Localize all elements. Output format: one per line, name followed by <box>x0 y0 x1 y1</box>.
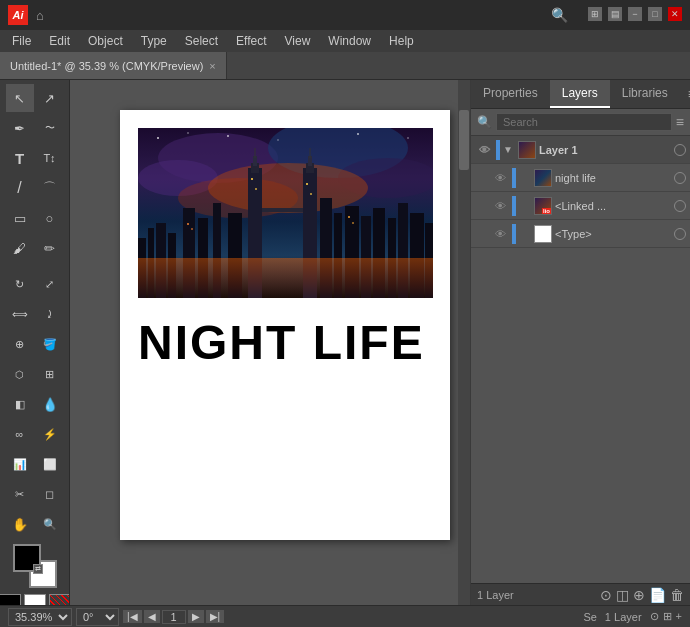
canvas-vertical-scrollbar[interactable] <box>458 80 470 605</box>
tile-windows-button[interactable]: ⊞ <box>588 7 602 21</box>
select-tool[interactable]: ↖ <box>6 84 34 112</box>
maximize-button[interactable]: □ <box>648 7 662 21</box>
zoom-tool[interactable]: 🔍 <box>36 510 64 538</box>
layers-count: 1 Layer <box>477 589 514 601</box>
nightlife-thumb <box>534 169 552 187</box>
stroke-swatch[interactable] <box>0 594 21 605</box>
eraser-tool[interactable]: ◻ <box>36 480 64 508</box>
line-tool[interactable]: / <box>6 174 34 202</box>
doc-tab-close-button[interactable]: × <box>209 60 215 72</box>
paintbrush-tool[interactable]: 🖌 <box>6 234 34 262</box>
pencil-tool[interactable]: ✏ <box>36 234 64 262</box>
layers-filter-icon[interactable]: ≡ <box>676 114 684 130</box>
eyedropper-tool[interactable]: 💧 <box>36 390 64 418</box>
last-page-button[interactable]: ▶| <box>206 610 225 623</box>
blend-tool[interactable]: ∞ <box>6 420 34 448</box>
menu-window[interactable]: Window <box>320 32 379 50</box>
menu-edit[interactable]: Edit <box>41 32 78 50</box>
type-visibility-eye[interactable]: 👁 <box>491 228 509 240</box>
layer-item-type[interactable]: 👁 ▶ <Type> <box>471 220 690 248</box>
hand-tool[interactable]: ✋ <box>6 510 34 538</box>
layer-group-layer1[interactable]: 👁 ▼ Layer 1 <box>471 136 690 164</box>
artboard-content: NIGHT LIFE <box>120 110 450 540</box>
slice-tool[interactable]: ✂ <box>6 480 34 508</box>
new-layer-icon[interactable]: 📄 <box>649 587 666 603</box>
page-input[interactable] <box>162 610 186 624</box>
svg-rect-19 <box>262 208 303 212</box>
nightlife-target-circle[interactable] <box>674 172 686 184</box>
minimize-button[interactable]: − <box>628 7 642 21</box>
artboard-tool[interactable]: ⬜ <box>36 450 64 478</box>
menu-object[interactable]: Object <box>80 32 131 50</box>
menu-type[interactable]: Type <box>133 32 175 50</box>
menu-view[interactable]: View <box>277 32 319 50</box>
canvas-scroll[interactable]: NIGHT LIFE <box>70 80 470 605</box>
tab-properties[interactable]: Properties <box>471 80 550 108</box>
search-icon-title[interactable]: 🔍 <box>551 7 568 23</box>
width-tool[interactable]: ⟺ <box>6 300 34 328</box>
warp-tool[interactable]: ⤸ <box>36 300 64 328</box>
tool-row-line: / ⌒ <box>6 174 64 202</box>
rotate-tool[interactable]: ↻ <box>6 270 34 298</box>
panel-menu-icon[interactable]: ≡ <box>680 86 690 102</box>
arc-tool[interactable]: ⌒ <box>36 174 64 202</box>
delete-layer-icon[interactable]: 🗑 <box>670 587 684 603</box>
direct-select-tool[interactable]: ↗ <box>36 84 64 112</box>
make-clipping-mask-icon[interactable]: ◫ <box>616 587 629 603</box>
layer1-expand-icon[interactable]: ▼ <box>503 144 515 155</box>
layer1-color-bar <box>496 140 500 160</box>
live-paint-tool[interactable]: 🪣 <box>36 330 64 358</box>
layer-item-linked[interactable]: 👁 ▶ lio <Linked ... <box>471 192 690 220</box>
menu-file[interactable]: File <box>4 32 39 50</box>
arrange-icon[interactable]: ⊞ <box>663 610 672 623</box>
layers-search-input[interactable] <box>496 113 672 131</box>
artwork-image <box>138 128 433 298</box>
menu-help[interactable]: Help <box>381 32 422 50</box>
scroll-thumb[interactable] <box>459 110 469 170</box>
type-tool[interactable]: T <box>6 144 34 172</box>
layer1-visibility-eye[interactable]: 👁 <box>475 144 493 156</box>
linked-name: <Linked ... <box>555 200 670 212</box>
linked-visibility-eye[interactable]: 👁 <box>491 200 509 212</box>
app-home-icon[interactable]: ⌂ <box>36 8 44 23</box>
pen-tool[interactable]: ✒ <box>6 114 34 142</box>
new-layer-status-icon[interactable]: + <box>676 610 682 623</box>
none-swatch[interactable] <box>49 594 71 605</box>
mesh-tool[interactable]: ⊞ <box>36 360 64 388</box>
document-tab[interactable]: Untitled-1* @ 35.39 % (CMYK/Preview) × <box>0 52 227 79</box>
curvature-tool[interactable]: 〜 <box>36 114 64 142</box>
tab-libraries[interactable]: Libraries <box>610 80 680 108</box>
close-button[interactable]: ✕ <box>668 7 682 21</box>
swap-colors-icon[interactable]: ⇄ <box>33 564 43 574</box>
touch-type-tool[interactable]: T↕ <box>36 144 64 172</box>
svg-rect-36 <box>306 183 308 185</box>
shape-builder-tool[interactable]: ⊕ <box>6 330 34 358</box>
symbol-tool[interactable]: ⚡ <box>36 420 64 448</box>
next-page-button[interactable]: ▶ <box>188 610 204 623</box>
bar-graph-tool[interactable]: 📊 <box>6 450 34 478</box>
rectangle-tool[interactable]: ▭ <box>6 204 34 232</box>
nightlife-visibility-eye[interactable]: 👁 <box>491 172 509 184</box>
panel-toggle-button[interactable]: ▤ <box>608 7 622 21</box>
linked-target-circle[interactable] <box>674 200 686 212</box>
type-target-circle[interactable] <box>674 228 686 240</box>
angle-select[interactable]: 0° 90° <box>76 608 119 626</box>
locate-icon[interactable]: ⊙ <box>650 610 659 623</box>
locate-object-icon[interactable]: ⊙ <box>600 587 612 603</box>
layer-item-nightlife[interactable]: 👁 ▶ night life <box>471 164 690 192</box>
ellipse-tool[interactable]: ○ <box>36 204 64 232</box>
layer1-target-circle[interactable] <box>674 144 686 156</box>
fill-swatch[interactable] <box>24 594 46 605</box>
svg-rect-41 <box>352 222 354 224</box>
scale-tool[interactable]: ⤢ <box>36 270 64 298</box>
menu-effect[interactable]: Effect <box>228 32 274 50</box>
svg-rect-38 <box>187 223 189 225</box>
zoom-select[interactable]: 35.39% 50% 100% <box>8 608 72 626</box>
first-page-button[interactable]: |◀ <box>123 610 142 623</box>
tab-layers[interactable]: Layers <box>550 80 610 108</box>
create-sublayer-icon[interactable]: ⊕ <box>633 587 645 603</box>
prev-page-button[interactable]: ◀ <box>144 610 160 623</box>
menu-select[interactable]: Select <box>177 32 226 50</box>
perspective-tool[interactable]: ⬡ <box>6 360 34 388</box>
gradient-tool[interactable]: ◧ <box>6 390 34 418</box>
